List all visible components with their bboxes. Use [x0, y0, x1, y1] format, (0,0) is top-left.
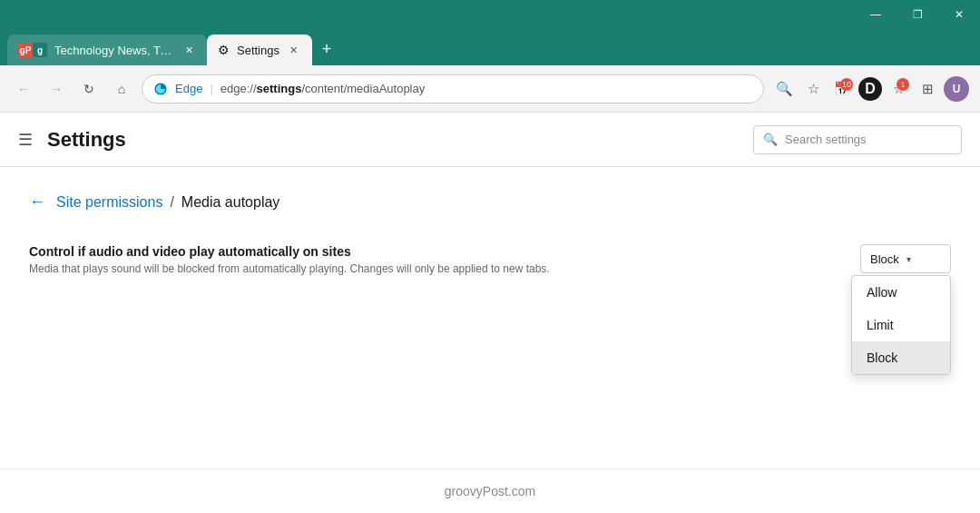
calendar-badge: 10 [840, 78, 853, 91]
search-icon-btn[interactable]: 🔍 [771, 76, 797, 102]
toolbar-icons: 🔍 ☆ 📅 10 D ☆ 1 ⊞ U [771, 76, 969, 102]
avatar-label: U [953, 83, 961, 95]
tab-bar: gP g Technology News, Tips, Reviews, ✕ ⚙… [0, 29, 980, 65]
tab-settings-favicon: ⚙ [218, 43, 230, 57]
breadcrumb-separator: / [170, 194, 173, 211]
footer: groovyPost.com [0, 469, 980, 513]
address-url: edge://settings/content/mediaAutoplay [220, 82, 752, 95]
hamburger-menu[interactable]: ☰ [18, 130, 33, 150]
tab-settings[interactable]: ⚙ Settings ✕ [207, 35, 312, 65]
url-suffix: /content/mediaAutoplay [301, 82, 425, 95]
home-button[interactable]: ⌂ [109, 76, 134, 102]
address-field[interactable]: Edge | edge://settings/content/mediaAuto… [142, 74, 764, 104]
calendar-icon[interactable]: 📅 10 [829, 76, 855, 102]
url-prefix: edge:// [220, 82, 257, 95]
breadcrumb: ← Site permissions / Media autoplay [29, 192, 951, 212]
settings-header: ☰ Settings 🔍 Search settings [0, 113, 980, 167]
permission-row: Control if audio and video play automati… [29, 237, 951, 282]
tab-settings-close[interactable]: ✕ [287, 43, 301, 57]
footer-text: groovyPost.com [445, 484, 535, 498]
breadcrumb-current: Media autoplay [181, 194, 280, 211]
settings-page-title: Settings [47, 128, 739, 152]
breadcrumb-back-button[interactable]: ← [29, 192, 45, 212]
url-bold: settings [257, 82, 302, 95]
favorites-star-icon[interactable]: ☆ [800, 76, 826, 102]
block-option-label: Block [867, 350, 897, 365]
permission-description: Media that plays sound will be blocked f… [29, 262, 860, 275]
settings-page: ☰ Settings 🔍 Search settings ← Site perm… [0, 113, 980, 513]
avatar[interactable]: U [944, 76, 969, 102]
address-bar: ← → ↻ ⌂ Edge | edge://settings/content/m… [0, 65, 980, 113]
tab-news-favicon-gp: gP [18, 43, 33, 57]
edge-browser-label: Edge [175, 82, 202, 95]
autoplay-dropdown-button[interactable]: Block ▾ [860, 244, 951, 273]
refresh-button[interactable]: ↻ [76, 76, 102, 102]
breadcrumb-link[interactable]: Site permissions [56, 194, 162, 211]
address-separator: | [210, 82, 212, 95]
dropdown-option-block[interactable]: Block [852, 341, 950, 374]
title-bar [0, 0, 980, 29]
search-settings-input[interactable]: 🔍 Search settings [753, 125, 962, 154]
new-tab-button[interactable]: + [312, 35, 341, 64]
edge-logo-icon [153, 82, 168, 96]
search-settings-icon: 🔍 [763, 133, 778, 146]
tab-news[interactable]: gP g Technology News, Tips, Reviews, ✕ [7, 35, 207, 65]
dropdown-selected-label: Block [870, 252, 899, 266]
tab-news-close[interactable]: ✕ [181, 43, 196, 57]
favorites-badge: 1 [897, 78, 909, 91]
autoplay-dropdown-menu: Allow Limit Block [851, 275, 951, 375]
restore-button[interactable]: ❐ [897, 0, 938, 29]
collections-favorites-icon[interactable]: ☆ 1 [886, 76, 911, 102]
tab-news-favicon-g: g [33, 43, 47, 57]
search-settings-placeholder: Search settings [785, 133, 867, 146]
dropdown-option-limit[interactable]: Limit [852, 309, 950, 341]
settings-content: ← Site permissions / Media autoplay Cont… [0, 167, 980, 469]
dropdown-chevron-icon: ▾ [906, 254, 911, 264]
forward-button[interactable]: → [44, 76, 69, 102]
permission-info: Control if audio and video play automati… [29, 244, 860, 275]
collections-icon[interactable]: ⊞ [915, 76, 940, 102]
dropdown-option-allow[interactable]: Allow [852, 276, 950, 309]
autoplay-dropdown-wrapper: Block ▾ Allow Limit Block [860, 244, 951, 273]
minimize-button[interactable]: — [855, 0, 897, 29]
back-button[interactable]: ← [11, 76, 36, 102]
limit-option-label: Limit [867, 318, 894, 332]
permission-title: Control if audio and video play automati… [29, 244, 860, 259]
d-icon[interactable]: D [858, 77, 882, 101]
d-label: D [865, 81, 876, 97]
close-button[interactable]: ✕ [938, 0, 980, 29]
allow-option-label: Allow [867, 285, 897, 300]
tab-settings-title: Settings [237, 44, 279, 57]
tab-news-title: Technology News, Tips, Reviews, [54, 44, 174, 57]
